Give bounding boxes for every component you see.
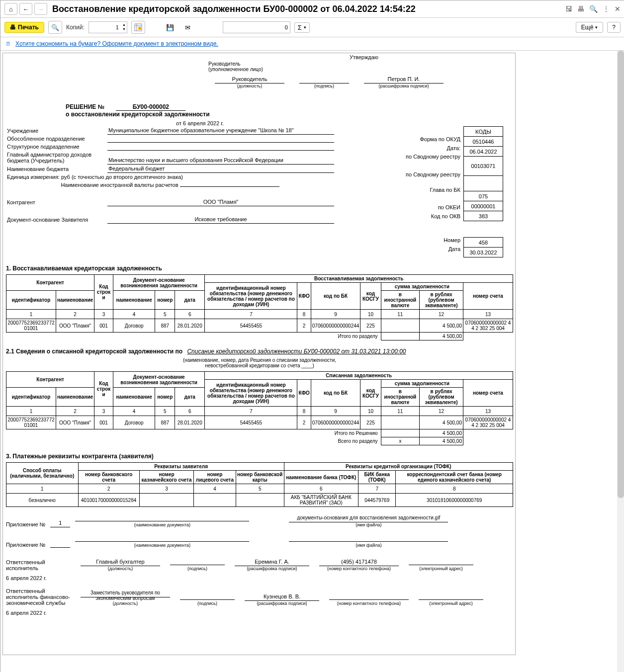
code-bk: 075 (464, 191, 503, 201)
approve-role-sub: (уполномоченное лицо) (208, 67, 263, 72)
m-contr-label: Контрагент (6, 198, 107, 206)
email-button[interactable]: ✉ (181, 21, 195, 34)
copies-input[interactable]: 1 ▲▼ (89, 21, 127, 33)
vertical-scrollbar[interactable] (617, 51, 624, 672)
app-file: документы-основания для восстановления з… (289, 515, 448, 522)
code-okud: 0510446 (464, 137, 503, 147)
chevron-down-icon: ▾ (595, 25, 598, 30)
m-budget-label: Наименование бюджета (6, 165, 107, 173)
app-label: Приложение № (6, 521, 45, 527)
position-sub: (должность) (215, 84, 284, 88)
fin-label: Ответственный исполнитель финансово-экон… (6, 588, 71, 606)
approve-role: Руководитель (208, 61, 263, 67)
resolution-date: от 6 апреля 2022 г. (66, 120, 394, 126)
section1-title: 1. Восстанавливаемая кредиторская задолж… (6, 265, 513, 272)
name-line: Петров П. И. (364, 76, 444, 84)
resolution-number: БУ00-000002 (116, 103, 185, 111)
m-docbase-value: Исковое требование (107, 215, 334, 224)
s2-row: 2000775236923377201001 ООО "Пламя"001Дог… (6, 416, 513, 429)
preview-icon[interactable]: 🔍 (589, 5, 598, 13)
section3-table: Способ оплаты (наличными, безналично) Ре… (6, 462, 513, 507)
code-num: 458 (464, 238, 503, 248)
rl6: по ОКЕИ (334, 203, 460, 212)
sign-line (299, 76, 349, 84)
forward-button[interactable]: → (34, 3, 47, 15)
resolution-subtitle: о восстановлении кредиторской задолженно… (66, 111, 394, 118)
m-sep-label: Обособленное подразделение (6, 135, 107, 143)
code-bud: 00000001 (464, 201, 503, 211)
position-line: Руководитель (215, 76, 284, 84)
m-contr-value: ООО "Пламя" (107, 198, 334, 206)
code-reg1: 00103071 (464, 157, 503, 176)
paperless-link[interactable]: Хотите сэкономить на бумаге? Оформите до… (15, 40, 218, 47)
rl5: Глава по БК (334, 185, 460, 194)
codes-header: КОДЫ (464, 127, 503, 137)
approve-title: Утверждаю (289, 54, 439, 60)
document-area: Утверждаю Руководитель (уполномоченное л… (0, 50, 624, 672)
m-docbase-label: Документ-основание Заявителя (6, 215, 107, 224)
section2-table: Контрагент Код строк и Документ-основани… (6, 371, 513, 445)
m-admin-value: Министерство науки и высшего образования… (107, 151, 334, 165)
app-num: 1 (50, 520, 70, 527)
copies-label: Копий: (66, 24, 85, 31)
print-icon[interactable]: 🖶 (577, 5, 584, 13)
preview-button[interactable]: 🔍 (48, 21, 62, 34)
rl3: по Сводному реестру (334, 153, 460, 171)
sign-sub: (подпись) (299, 84, 349, 88)
banner: 🖹 Хотите сэкономить на бумаге? Оформите … (0, 37, 624, 50)
rl4: по Сводному реестру (334, 171, 460, 185)
rl1: Форма по ОКУД (334, 135, 460, 144)
exec-date: 6 апреля 2022 г. (6, 575, 513, 581)
section3-title: 3. Платежные реквизиты контрагента (заяв… (6, 453, 513, 460)
name-sub: (расшифровка подписи) (364, 84, 444, 88)
save-disk-button[interactable]: 💾 (163, 21, 177, 34)
m-currency-label: Наименование иностранной валюты расчетов (61, 182, 178, 188)
code-date2: 30.03.2022 (464, 248, 503, 257)
more-icon[interactable]: ⋮ (603, 5, 610, 13)
print-label: Печать (18, 24, 39, 31)
sigma-button[interactable]: Σ ▾ (294, 22, 310, 33)
rl7: Код по ОКВ (334, 212, 460, 221)
svg-point-3 (138, 27, 141, 30)
s3-row: безналично 40100170000000015284 АКБ "БАЛ… (6, 494, 513, 507)
titlebar: ⌂ ← → Восстановление кредиторской задолж… (0, 0, 624, 18)
resolution-label: РЕШЕНИЕ № (66, 103, 104, 110)
close-icon[interactable]: ✕ (615, 5, 621, 13)
m-budget-value: Федеральный бюджет (107, 165, 334, 173)
printer-icon: 🖶 (10, 24, 16, 31)
document: Утверждаю Руководитель (уполномоченное л… (2, 53, 516, 655)
exec-label: Ответственный исполнитель (6, 559, 71, 571)
code-date: 06.04.2022 (464, 147, 503, 157)
document-icon: 🖹 (5, 41, 11, 47)
save-icon[interactable]: 🖫 (565, 5, 572, 13)
toolbar: 🖶 Печать 🔍 Копий: 1 ▲▼ 💾 ✉ 0 Σ ▾ Ещё ▾ ? (0, 18, 624, 37)
code-okei: 383 (464, 211, 503, 221)
m-struct-label: Структурное подразделение (6, 143, 107, 151)
m-unit-label: Единица измерения: руб (с точностью до в… (6, 173, 334, 181)
rl2: Дата: (334, 144, 460, 153)
section2-title: 2.1 Сведения о списанной кредиторской за… (6, 348, 182, 355)
m-org-label: Учреждение (6, 126, 107, 135)
rl9: Дата (334, 245, 460, 253)
more-button[interactable]: Ещё ▾ (576, 22, 604, 33)
back-button[interactable]: ← (19, 3, 32, 15)
section2-link: Списание кредиторской задолженности БУ00… (187, 348, 406, 355)
print-button[interactable]: 🖶 Печать (4, 22, 44, 33)
help-button[interactable]: ? (607, 22, 621, 33)
m-admin-label: Главный администратор доходов бюджета (У… (6, 151, 107, 165)
s1-row: 2000775236923377201001 ООО "Пламя" 001 Д… (6, 319, 513, 333)
home-button[interactable]: ⌂ (4, 3, 17, 15)
section1-table: Контрагент Код строк и Документ-основани… (6, 274, 513, 340)
rl8: Номер (334, 236, 460, 245)
table-settings-button[interactable] (131, 21, 145, 34)
m-org-value: Муниципальное бюджетное образовательное … (107, 126, 334, 135)
code-reg2 (464, 176, 503, 191)
window-title: Восстановление кредиторской задолженност… (52, 4, 565, 14)
number-input[interactable]: 0 (223, 21, 290, 33)
scroll-thumb[interactable] (618, 51, 624, 498)
